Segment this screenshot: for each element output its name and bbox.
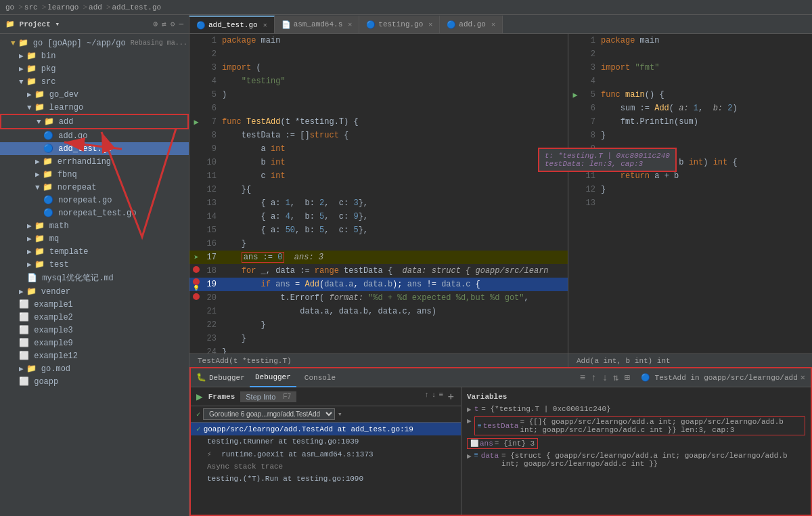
tree-item-example1[interactable]: ⬜ example1 [0,298,189,311]
code-row-7: ▶ 7 func TestAdd(t *testing.T) { [189,115,568,129]
sidebar: 📁 Project ▾ ⊕ ⇄ ⚙ — ▼ 📁 go [goApp] ~/app… [0,15,189,516]
code-row-12: 12 }{ [189,183,568,196]
tree-item-norepeat_test.go[interactable]: 🔵 norepeat_test.go [0,207,189,219]
editor-tabs: 🔵 add_test.go ✕ 📄 asm_amd64.s ✕ 🔵 testin… [189,15,812,34]
frame-item-3[interactable]: testing.(*T).Run at testing.go:1090 [191,473,461,485]
step-into-button[interactable]: Step Into F7 [240,391,296,402]
code-row-9: 9 a int [189,142,568,156]
tree-item-add[interactable]: ▼ 📁 add [0,114,189,129]
var-expand-data[interactable]: ▶ [467,452,472,460]
tree-item-add.go[interactable]: 🔵 add.go [0,129,189,142]
variables-panel: Variables ▶ t = {*testing.T | 0xc00011c2… [461,387,811,515]
tree-item-learngo[interactable]: ▼ 📁 learngo [0,101,189,114]
debug-label: 🔵 TestAdd in goapp/src/learngo/add [641,373,798,382]
frame-item-async: Async stack trace [191,460,461,473]
debug-tab-debugger[interactable]: Debugger [250,368,296,387]
code-row-21: 21 data.a, data.b, data.c, ans) [189,305,568,318]
tree-item-vender[interactable]: ▶ 📁 vender [0,285,189,298]
frame-item-2[interactable]: ⚡ runtime.goexit at asm_amd64.s:1373 [191,448,461,460]
frame-plus-icon[interactable]: ＋ [446,391,455,403]
code-row-1: 1 package main [189,34,568,47]
tree-item-go_dev[interactable]: ▶ 📁 go_dev [0,88,189,101]
sidebar-icon-4[interactable]: — [179,20,183,28]
var-item-ans: ⬜ ans = {int} 3 [461,437,811,450]
tree-item-add_test.go[interactable]: 🔵 add_test.go [0,142,189,155]
right-row-1: 1 package main [568,34,812,47]
var-item-testdata: ▶ ≡ testData = {[]{ goapp/src/learngo/ad… [461,415,811,437]
tree-item-math[interactable]: ▶ 📁 math [0,219,189,232]
right-row-6: 6 sum := Add( a: 1, b: 2) [568,102,812,115]
goroutine-selector: ✓ Goroutine 6 goap...rngo/add.TestAdd ▾ [191,406,461,423]
tree-item-go-root[interactable]: ▼ 📁 go [goApp] ~/app/go Rebasing ma... [0,37,189,49]
tree-item-errhandling[interactable]: ▶ 📁 errhandling [0,155,189,168]
editor-left-status: TestAdd(t *testing.T) [189,353,568,367]
right-row-12: 12 } [568,183,812,196]
tree-item-template[interactable]: ▶ 📁 template [0,245,189,258]
debug-panel: 🐛 Debugger Debugger Console ≡ ↑ ↓ ⇅ ⊞ [189,367,812,516]
run-button[interactable]: ▶ [196,390,203,404]
code-row-10: 10 b int [189,156,568,169]
tree-item-fbnq[interactable]: ▶ 📁 fbnq [0,168,189,181]
sidebar-icon-3[interactable]: ⚙ [171,20,175,28]
debug-icon-down[interactable]: ↓ [602,372,608,383]
frame-list-icon[interactable]: ≡ [438,391,443,403]
goroutine-check-icon: ✓ [196,410,200,418]
frame-item-1[interactable]: testing.tRunner at testing.go:1039 [191,435,461,448]
tab-add-go[interactable]: 🔵 add.go ✕ [440,16,503,33]
debug-tab-console[interactable]: Console [296,368,344,387]
tree-item-norepeat.go[interactable]: 🔵 norepeat.go [0,194,189,207]
breadcrumb-item: learngo [47,3,78,12]
code-row-4: 4 "testing" [189,74,568,88]
tree-item-mq[interactable]: ▶ 📁 mq [0,232,189,245]
debug-title: Debugger [209,374,245,382]
var-expand-t[interactable]: ▶ [467,405,472,414]
editor-right: 1 package main 2 3 import [568,34,812,367]
frame-down-icon[interactable]: ↓ [432,391,436,403]
tree-item-bin[interactable]: ▶ 📁 bin [0,49,189,62]
code-row-2: 2 [189,47,568,61]
var-item-t: ▶ t = {*testing.T | 0xc00011c240} [461,404,811,415]
sidebar-icon-1[interactable]: ⊕ [154,20,158,28]
editor-left: 1 package main 2 3 import [189,34,568,367]
tree-item-mysql[interactable]: 📄 mysql优化笔记.md [0,271,189,285]
code-row-24: 24 } [189,345,568,353]
tree-item-goapp[interactable]: ⬜ goapp [0,375,189,388]
tree-item-example12[interactable]: ⬜ example12 [0,349,189,362]
frame-check-icon: ✓ [196,425,201,433]
code-row-14: 14 { a: 4, b: 5, c: 9}, [189,210,568,223]
debug-icon-up[interactable]: ↑ [591,372,596,383]
frame-item-0[interactable]: ✓ goapp/src/learngo/add.TestAdd at add_t… [191,423,461,435]
editor-right-status: Add(a int, b int) int [568,353,812,367]
debug-icon-list[interactable]: ≡ [580,372,585,383]
tab-asm[interactable]: 📄 asm_amd64.s ✕ [275,16,360,33]
breadcrumb-item: go [5,3,14,12]
tree-item-norepeat[interactable]: ▼ 📁 norepeat [0,181,189,194]
debug-tooltip: t: *testing.T | 0xc80011c240 testData: l… [538,148,677,172]
tree-item-example2[interactable]: ⬜ example2 [0,311,189,324]
tab-add-test[interactable]: 🔵 add_test.go ✕ [189,16,275,33]
code-row-15: 15 { a: 50, b: 5, c: 5}, [189,223,568,237]
right-row-7: 7 fmt.Println(sum) [568,115,812,129]
tree-item-example3[interactable]: ⬜ example3 [0,324,189,337]
debug-icon-nav[interactable]: ⇅ [613,372,618,383]
tab-testing[interactable]: 🔵 testing.go ✕ [359,16,440,33]
code-row-20: 20 t.Errorf( format: "%d + %d expected %… [189,291,568,305]
tree-item-src[interactable]: ▼ 📁 src [0,75,189,88]
right-row-8: 8 } [568,129,812,142]
breadcrumb-item: src [24,3,38,12]
debug-close-icon[interactable]: ✕ [800,372,805,383]
debug-toolbar: ≡ ↑ ↓ ⇅ ⊞ [580,372,635,383]
var-expand-testdata[interactable]: ▶ [467,416,472,425]
right-row-2: 2 [568,47,812,61]
tree-item-test[interactable]: ▶ 📁 test [0,258,189,271]
breadcrumb: go > src > learngo > add > add_test.go [0,0,812,15]
goroutine-expand-icon[interactable]: ▾ [338,410,342,418]
sidebar-icon-2[interactable]: ⇄ [162,20,166,28]
tree-item-pkg[interactable]: ▶ 📁 pkg [0,62,189,75]
debug-icon-grid[interactable]: ⊞ [624,372,629,383]
tree-item-example9[interactable]: ⬜ example9 [0,337,189,349]
frame-up-icon[interactable]: ↑ [424,391,429,403]
tree-item-go.mod[interactable]: ▶ 📁 go.mod [0,362,189,375]
goroutine-dropdown[interactable]: Goroutine 6 goap...rngo/add.TestAdd [203,408,335,420]
debug-content: ▶ Frames Step Into F7 ↑ ↓ ≡ ＋ [191,387,811,515]
